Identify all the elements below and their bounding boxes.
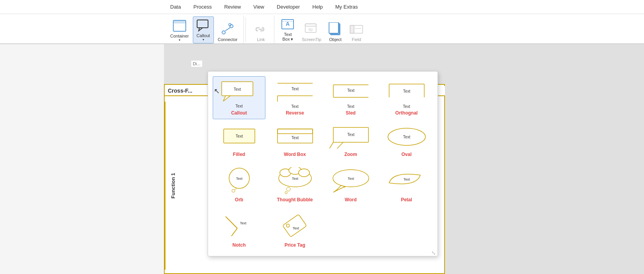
screentip-svg: tip	[304, 22, 318, 36]
connector-svg	[221, 23, 235, 36]
callout-type-filled[interactable]: Text Filled	[213, 122, 265, 161]
orb-shape-preview: Text	[218, 167, 261, 195]
ribbon: Data Process Review View Developer Help …	[0, 0, 644, 44]
field-button[interactable]: Field	[346, 21, 366, 43]
wordbox-shape-preview: Text	[274, 126, 317, 149]
svg-text:Text: Text	[403, 177, 410, 181]
svg-line-6	[225, 28, 230, 31]
svg-line-51	[235, 188, 237, 190]
oval-sublabel: Oval	[401, 152, 411, 157]
screentip-button[interactable]: tip ScreenTip	[299, 21, 324, 43]
svg-text:Text: Text	[233, 87, 241, 91]
callout-type-thoughtbubble[interactable]: Text Thought Bubble	[269, 164, 321, 206]
sled-sublabel: Sled	[346, 110, 356, 116]
textbox-svg: A	[281, 17, 295, 31]
petal-shape-svg: Text	[385, 167, 428, 195]
callout-type-notch[interactable]: Text Notch	[213, 209, 265, 251]
callout-shape-svg: Text	[218, 80, 261, 103]
sled-shape-preview: Text	[329, 80, 372, 104]
reverse-top-label: Text	[291, 104, 298, 109]
svg-text:Text: Text	[347, 88, 354, 93]
svg-rect-1	[173, 20, 186, 23]
callout-shape-preview: Text	[218, 80, 261, 103]
callout-type-callout[interactable]: Text Text Callout	[213, 76, 265, 119]
textbox-label2: Box ▾	[282, 37, 293, 42]
callout-type-word[interactable]: Text Word	[324, 164, 377, 206]
textbox-button[interactable]: A Text Box ▾	[278, 16, 298, 43]
sled-top-label: Text	[347, 104, 354, 109]
container-button[interactable]: Container ▾	[167, 17, 192, 43]
link-svg	[254, 23, 268, 36]
pricetag-shape-preview: Text	[274, 213, 317, 240]
menu-view[interactable]: View	[247, 2, 270, 12]
callout-chevron: ▾	[203, 38, 204, 41]
svg-point-57	[286, 187, 290, 191]
svg-rect-14	[305, 24, 316, 26]
oval-shape-svg: Text	[385, 126, 428, 149]
thoughtbubble-shape-svg: Text	[274, 167, 317, 195]
callout-type-pricetag[interactable]: Text Price Tag	[269, 209, 321, 251]
svg-point-58	[285, 192, 287, 194]
textbox-label: Text	[284, 32, 292, 37]
svg-text:Text: Text	[403, 135, 410, 139]
callout-type-orthogonal[interactable]: Text Text Orthognal	[380, 76, 433, 119]
orthogonal-shape-svg: Text	[385, 80, 428, 104]
menu-process[interactable]: Process	[187, 2, 218, 12]
svg-text:A: A	[286, 21, 290, 27]
svg-text:Text: Text	[347, 133, 354, 137]
menu-data[interactable]: Data	[164, 2, 187, 12]
link-button[interactable]: Link	[251, 21, 271, 43]
callout-type-orb[interactable]: Text Orb	[213, 164, 265, 206]
link-label: Link	[257, 37, 265, 42]
toolbar: Container ▾ Callout ▾	[0, 14, 644, 44]
resize-handle[interactable]: ⤡	[431, 250, 435, 254]
textbox-icon: A	[281, 17, 295, 31]
callout-type-sled[interactable]: Text Text Sled	[324, 76, 377, 119]
notch-shape-svg: Text	[218, 213, 261, 240]
callout-button[interactable]: Callout ▾	[193, 16, 214, 43]
pricetag-shape-svg: Text	[274, 213, 317, 240]
connector-button[interactable]: Connector	[215, 21, 241, 43]
notch-shape-preview: Text	[218, 213, 261, 240]
menu-developer[interactable]: Developer	[270, 2, 306, 12]
callout-type-petal[interactable]: Text Petal	[380, 164, 433, 206]
callout-type-oval[interactable]: Text Oval	[380, 122, 433, 161]
field-label: Field	[352, 37, 361, 42]
connector-label: Connector	[218, 37, 238, 42]
zoom-shape-svg: Text	[329, 126, 372, 149]
thoughtbubble-sublabel: Thought Bubble	[277, 197, 313, 202]
callout-type-wordbox[interactable]: Text Word Box	[269, 122, 321, 161]
svg-point-4	[222, 31, 225, 34]
container-chevron: ▾	[179, 38, 180, 42]
reverse-sublabel: Reverse	[286, 110, 304, 116]
screentip-icon: tip	[304, 22, 318, 36]
menu-myextras[interactable]: My Extras	[329, 2, 364, 12]
svg-line-62	[226, 217, 237, 228]
notch-sublabel: Notch	[233, 242, 246, 248]
object-button[interactable]: Object	[325, 21, 345, 43]
callout-label: Callout	[197, 33, 210, 38]
word-shape-svg: Text	[329, 167, 372, 195]
menu-review[interactable]: Review	[218, 2, 247, 12]
filled-shape-svg: Text	[218, 126, 261, 149]
svg-rect-18	[329, 22, 338, 33]
word-sublabel: Word	[345, 197, 356, 202]
wordbox-sublabel: Word Box	[284, 152, 306, 157]
orthogonal-shape-preview: Text	[385, 80, 428, 104]
svg-point-5	[230, 25, 233, 28]
menu-help[interactable]: Help	[306, 2, 329, 12]
callout-type-reverse[interactable]: Text Text Reverse	[269, 76, 321, 119]
toolbar-group-3: A Text Box ▾ tip ScreenTip	[274, 16, 370, 43]
field-svg	[349, 22, 363, 36]
svg-text:Text: Text	[403, 89, 410, 93]
callout-sublabel: Callout	[231, 110, 247, 116]
callout-type-zoom[interactable]: Text Zoom	[324, 122, 377, 161]
svg-text:Text: Text	[347, 177, 354, 181]
svg-marker-24	[223, 96, 230, 101]
svg-text:Text: Text	[291, 136, 299, 140]
toolbar-sep-1	[246, 17, 246, 42]
container-label: Container	[170, 34, 189, 38]
grid-empty-2	[380, 209, 433, 251]
svg-text:Text: Text	[292, 177, 298, 181]
connector-icon	[221, 22, 235, 36]
